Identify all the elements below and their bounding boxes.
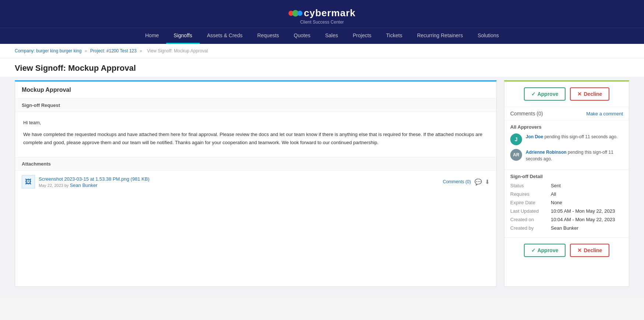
attachment-date: May 22, 2023: [39, 183, 63, 188]
nav-link-quotes[interactable]: Quotes: [286, 28, 318, 43]
page-title-bar: View Signoff: Mockup Approval: [0, 58, 644, 77]
circle-icon-3: [297, 11, 302, 16]
detail-row-last-updated: Last Updated 10:05 AM - Mon May 22, 2023: [510, 208, 623, 214]
bottom-approve-label: Approve: [538, 247, 559, 253]
attachment-actions: Comments (0) 💬 ⬇: [443, 178, 490, 185]
approver-info-1: Jon Doe pending this sign-off 11 seconds…: [526, 133, 617, 140]
attachment-left: 🖼 Screenshot 2023-03-15 at 1.53.38 PM.pn…: [22, 175, 150, 188]
file-icon: 🖼: [22, 175, 35, 188]
bottom-decline-button[interactable]: ✕ Decline: [570, 244, 609, 257]
bottom-approval-actions: ✓ Approve ✕ Decline: [504, 238, 629, 263]
breadcrumb-sep-1: »: [85, 48, 87, 53]
detail-row-requires: Requires All: [510, 191, 623, 197]
nav-link-assets[interactable]: Assets & Creds: [200, 28, 250, 43]
nav-item-assets[interactable]: Assets & Creds: [200, 28, 250, 44]
bottom-approve-icon: ✓: [531, 247, 536, 253]
created-by-value: Sean Bunker: [551, 225, 578, 231]
detail-row-created-on: Created on 10:04 AM - Mon May 22, 2023: [510, 217, 623, 222]
client-success-label: Client Success Center: [300, 20, 344, 25]
approver-avatar-1: J: [510, 133, 522, 145]
all-approvers-title: All Approvers: [510, 124, 623, 130]
top-approval-actions: ✓ Approve ✕ Decline: [504, 81, 629, 107]
approver-name-link-2[interactable]: Adrienne Robinson: [526, 150, 567, 155]
bottom-decline-label: Decline: [584, 247, 602, 253]
nav-item-requests[interactable]: Requests: [250, 28, 286, 44]
nav-item-retainers[interactable]: Recurring Retainers: [410, 28, 470, 44]
message-body: Hi team, We have completed the requested…: [15, 112, 496, 157]
make-comment-link[interactable]: Make a comment: [586, 111, 623, 116]
right-panel: ✓ Approve ✕ Decline Comments (0) Make a …: [504, 80, 629, 287]
message-greeting: Hi team,: [23, 119, 488, 127]
signoff-detail-section: Sign-off Detail Status Sent Requires All…: [504, 170, 629, 238]
comments-title: Comments (0): [510, 111, 543, 116]
detail-row-created-by: Created by Sean Bunker: [510, 225, 623, 231]
nav-item-projects[interactable]: Projects: [346, 28, 379, 44]
nav-link-home[interactable]: Home: [138, 28, 166, 43]
last-updated-value: 10:05 AM - Mon May 22, 2023: [551, 208, 615, 214]
comment-icon-button[interactable]: 💬: [475, 178, 482, 185]
nav-item-sales[interactable]: Sales: [318, 28, 345, 44]
approver-name-link-1[interactable]: Jon Doe: [526, 134, 543, 139]
attachment-info: Screenshot 2023-03-15 at 1.53.38 PM.png …: [39, 176, 150, 188]
brand-name: cybermark: [304, 7, 356, 19]
bottom-decline-icon: ✕: [577, 247, 582, 253]
attachment-comments-button[interactable]: Comments (0): [443, 179, 471, 184]
status-value: Sent: [551, 183, 561, 188]
created-on-label: Created on: [510, 217, 551, 222]
left-panel: Mockup Approval Sign-off Request Hi team…: [15, 80, 497, 287]
expire-label: Expire Date: [510, 200, 551, 205]
nav-item-tickets[interactable]: Tickets: [379, 28, 410, 44]
nav-item-quotes[interactable]: Quotes: [286, 28, 318, 44]
all-approvers-section: All Approvers J Jon Doe pending this sig…: [504, 121, 629, 170]
nav-link-requests[interactable]: Requests: [250, 28, 286, 43]
attachments-label: Attachments: [15, 157, 496, 171]
nav-item-solutions[interactable]: Solutions: [470, 28, 506, 44]
approve-checkmark-icon: ✓: [531, 91, 536, 97]
nav-link-solutions[interactable]: Solutions: [470, 28, 506, 43]
approve-label: Approve: [538, 91, 559, 97]
decline-x-icon: ✕: [577, 91, 582, 97]
expire-value: None: [551, 200, 562, 205]
nav-link-projects[interactable]: Projects: [346, 28, 379, 43]
attachment-row: 🖼 Screenshot 2023-03-15 at 1.53.38 PM.pn…: [15, 171, 496, 193]
breadcrumb-company-link[interactable]: Company: burger king burger king: [15, 48, 81, 53]
breadcrumb-project-link[interactable]: Project: #1200 Test 123: [90, 48, 137, 53]
logo-circles: [288, 10, 302, 17]
decline-label: Decline: [584, 91, 602, 97]
top-decline-button[interactable]: ✕ Decline: [570, 87, 609, 101]
breadcrumb: Company: burger king burger king » Proje…: [0, 44, 644, 58]
top-approve-button[interactable]: ✓ Approve: [524, 87, 566, 101]
nav-item-home[interactable]: Home: [138, 28, 166, 44]
created-by-label: Created by: [510, 225, 551, 231]
message-text: We have completed the requested mockups …: [23, 131, 488, 147]
comments-header: Comments (0) Make a comment: [504, 107, 629, 121]
attachment-filename: Screenshot 2023-03-15 at 1.53.38 PM.png: [39, 176, 129, 182]
breadcrumb-current: View Signoff: Mockup Approval: [147, 48, 208, 53]
main-content: Mockup Approval Sign-off Request Hi team…: [0, 77, 644, 298]
nav-link-sales[interactable]: Sales: [318, 28, 345, 43]
attachment-filename-link[interactable]: Screenshot 2023-03-15 at 1.53.38 PM.png …: [39, 176, 150, 182]
requires-value: All: [551, 191, 556, 197]
created-on-value: 10:04 AM - Mon May 22, 2023: [551, 217, 615, 222]
approver-row-1: J Jon Doe pending this sign-off 11 secon…: [510, 133, 623, 145]
nav-link-signoffs[interactable]: Signoffs: [166, 28, 199, 44]
attachment-uploader-link[interactable]: Sean Bunker: [70, 182, 97, 188]
attachment-size: (981 KB): [130, 176, 149, 182]
attachment-meta: May 22, 2023 by Sean Bunker: [39, 182, 150, 188]
approver-info-2: Adrienne Robinson pending this sign-off …: [526, 149, 623, 162]
nav-link-retainers[interactable]: Recurring Retainers: [410, 28, 470, 43]
main-nav: Home Signoffs Assets & Creds Requests Qu…: [0, 28, 644, 44]
header: cybermark Client Success Center: [0, 0, 644, 28]
page-title: View Signoff: Mockup Approval: [15, 63, 629, 73]
nav-item-signoffs[interactable]: Signoffs: [166, 28, 199, 44]
bottom-approve-button[interactable]: ✓ Approve: [524, 244, 566, 257]
approver-avatar-2: AR: [510, 149, 522, 161]
approver-status-1: pending this sign-off 11 seconds ago.: [545, 134, 618, 139]
approver-row-2: AR Adrienne Robinson pending this sign-o…: [510, 149, 623, 162]
download-icon-button[interactable]: ⬇: [485, 178, 490, 185]
nav-link-tickets[interactable]: Tickets: [379, 28, 410, 43]
detail-row-expire: Expire Date None: [510, 200, 623, 205]
logo-area: cybermark Client Success Center: [0, 4, 644, 28]
breadcrumb-sep-2: »: [140, 48, 142, 53]
attachment-icons: 💬 ⬇: [475, 178, 490, 185]
